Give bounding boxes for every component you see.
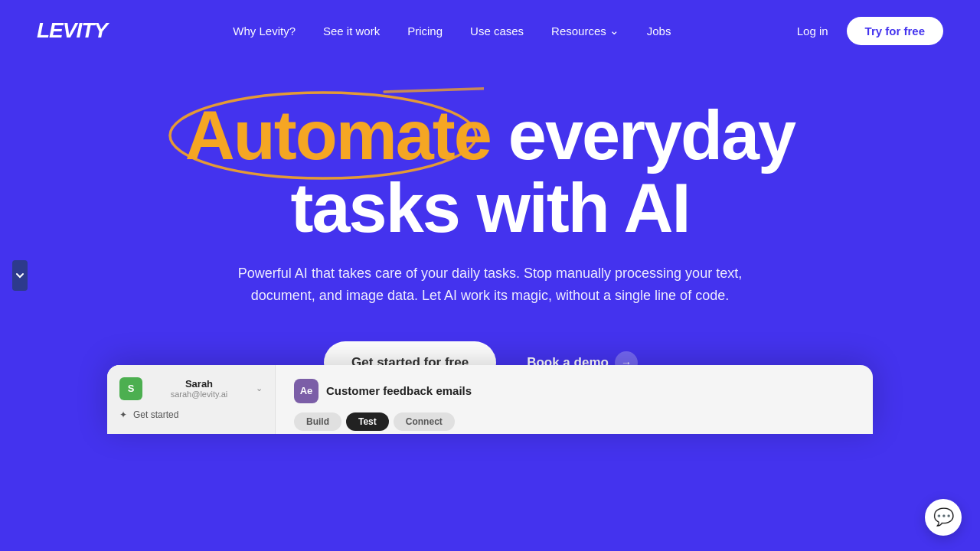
- user-row: S Sarah sarah@levity.ai ⌄: [119, 377, 263, 400]
- left-chevron-icon: [15, 271, 24, 280]
- tab-test-button[interactable]: Test: [346, 412, 389, 431]
- login-link[interactable]: Log in: [797, 24, 828, 37]
- app-preview-card: S Sarah sarah@levity.ai ⌄ ✦ Get started …: [107, 365, 873, 434]
- workflow-title-row: Ae Customer feedback emails: [294, 379, 854, 403]
- automate-wrapper: Automate: [185, 99, 491, 172]
- svg-line-1: [384, 87, 484, 92]
- user-avatar: S: [119, 377, 142, 400]
- heading-rest: everyday: [491, 97, 795, 174]
- workflow-tabs: Build Test Connect: [294, 412, 854, 431]
- nav-pricing[interactable]: Pricing: [407, 24, 443, 37]
- nav-why-levity[interactable]: Why Levity?: [233, 24, 296, 37]
- nav-see-it-work[interactable]: See it work: [323, 24, 380, 37]
- user-email: sarah@levity.ai: [150, 390, 248, 399]
- preview-sidebar: S Sarah sarah@levity.ai ⌄ ✦ Get started: [107, 365, 276, 434]
- user-name: Sarah: [150, 378, 248, 390]
- star-icon: ✦: [119, 409, 127, 420]
- hero-section: Automate everyday tasks with AI Powerful…: [0, 61, 980, 434]
- get-started-label: Get started: [133, 409, 178, 420]
- workflow-icon: Ae: [294, 379, 318, 403]
- workflow-title: Customer feedback emails: [326, 384, 472, 397]
- heading-line-1: Automate everyday: [185, 99, 795, 172]
- hero-subtext: Powerful AI that takes care of your dail…: [214, 262, 766, 307]
- automate-word: Automate: [185, 97, 491, 174]
- user-info: Sarah sarah@levity.ai: [150, 378, 248, 399]
- nav-resources[interactable]: Resources ⌄: [551, 24, 619, 37]
- nav-use-cases[interactable]: Use cases: [470, 24, 524, 37]
- heading-line-2: tasks with AI: [185, 172, 795, 245]
- navigation: LEVITY Why Levity? See it work Pricing U…: [0, 0, 980, 61]
- left-side-indicator: [12, 260, 28, 291]
- tab-build-button[interactable]: Build: [294, 412, 341, 431]
- nav-links: Why Levity? See it work Pricing Use case…: [233, 24, 671, 37]
- logo[interactable]: LEVITY: [37, 18, 107, 43]
- chat-support-button[interactable]: 💬: [925, 499, 962, 536]
- hero-heading: Automate everyday tasks with AI: [185, 99, 795, 244]
- try-free-button[interactable]: Try for free: [847, 17, 943, 45]
- user-chevron-icon: ⌄: [256, 383, 263, 393]
- nav-jobs[interactable]: Jobs: [647, 24, 671, 37]
- tab-connect-button[interactable]: Connect: [394, 412, 455, 431]
- chat-icon: 💬: [933, 507, 954, 527]
- get-started-row: ✦ Get started: [119, 409, 263, 420]
- preview-main: Ae Customer feedback emails Build Test C…: [276, 365, 873, 434]
- chevron-down-icon: ⌄: [609, 24, 619, 37]
- nav-actions: Log in Try for free: [797, 17, 943, 45]
